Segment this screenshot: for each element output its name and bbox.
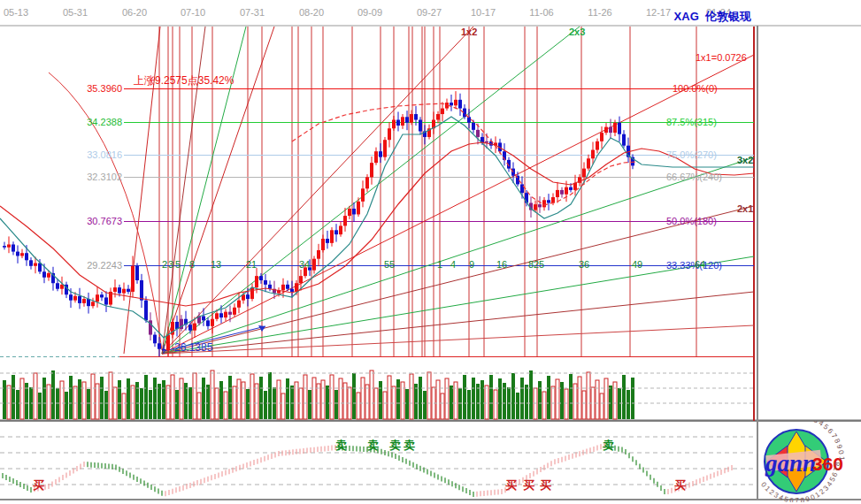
frame [0, 26, 861, 500]
fib-percent-label: 87.5%(315) [666, 117, 717, 127]
buy-signal-marker: 买 [674, 477, 686, 493]
fib-sequence-number: 13 [211, 259, 221, 270]
fib-sequence-number: 2 [162, 259, 167, 270]
sell-signal-marker: 卖 [367, 438, 379, 454]
fan-label-1x2: 1x2 [461, 27, 477, 37]
sell-signal-marker: 卖 [404, 438, 415, 454]
fib-sequence-number: 1 [437, 259, 442, 270]
fib-percent-label: 100.0%(0) [673, 83, 718, 94]
fan-label-3x2: 3x2 [737, 155, 753, 165]
date-label: 08-20 [299, 7, 324, 18]
date-label: 07-10 [181, 7, 205, 18]
date-label: 09-27 [417, 7, 442, 18]
date-label: 07-31 [240, 7, 265, 18]
fib-sequence-number: 9 [469, 259, 474, 270]
fan-label-2x1: 2x1 [737, 203, 753, 214]
buy-signal-marker: 买 [540, 477, 551, 493]
price-level-label: 33.0816 [69, 149, 122, 160]
fib-sequence-number: 55 [384, 259, 395, 270]
chart-canvas[interactable] [0, 0, 861, 504]
date-label: 10-17 [471, 7, 496, 18]
date-label: 05-31 [63, 7, 88, 18]
sell-signal-marker: 卖 [335, 438, 347, 454]
fib-percent-label: 66.67%(240) [666, 172, 722, 182]
sell-signal-marker: 卖 [603, 438, 614, 454]
fib-sequence-number: 34 [299, 259, 310, 270]
fib-sequence-number: 3 [168, 259, 173, 270]
volume-bars [0, 370, 754, 419]
date-label: 11-06 [529, 7, 553, 18]
fan-label-2x3: 2x3 [569, 27, 585, 37]
gann360-chart-window: 05-1305-3106-2007-1007-3108-2009-0909-27… [0, 0, 861, 504]
buy-signal-marker: 买 [523, 477, 534, 493]
fib-sequence-number: 49 [632, 259, 642, 270]
fib-sequence-number: 21 [246, 259, 257, 270]
fib-sequence-number: 64 [695, 259, 705, 270]
fib-percent-label: 50.0%(180) [666, 216, 717, 226]
symbol-label: XAG [674, 10, 699, 23]
date-label: 09-09 [357, 7, 382, 18]
date-label: 05-13 [4, 7, 28, 18]
fib-sequence-number: 5 [175, 259, 181, 270]
sell-signal-marker: 卖 [389, 438, 401, 454]
rise-annotation: 上涨9.2575点35.42% [134, 73, 234, 88]
low-price-label: 26.1385 [174, 341, 212, 354]
buy-signal-marker: 买 [505, 477, 517, 493]
date-label: 11-26 [588, 7, 611, 18]
price-level-label: 34.2388 [69, 117, 122, 127]
buy-signal-marker: 买 [33, 477, 44, 493]
fib-sequence-number: 16 [496, 259, 507, 270]
price-level-label: 30.7673 [69, 216, 122, 226]
price-level-label: 29.2243 [69, 260, 122, 271]
time-gridlines [159, 27, 754, 421]
logo-word: gann [765, 450, 816, 477]
date-label: 12-17 [646, 7, 671, 18]
fib-sequence-number: 25 [534, 259, 544, 270]
fib-sequence-number: 36 [579, 259, 589, 270]
fib-sequence-number: 4 [450, 259, 456, 270]
fib-percent-label: 75.0%(270) [666, 149, 717, 160]
price-level-label: 32.3102 [69, 172, 122, 182]
instrument-title: XAG 伦敦银现 [674, 9, 751, 25]
fib-sequence-number: 8 [189, 259, 195, 270]
date-label: 06-20 [122, 7, 147, 18]
gann360-logo: gann 360 01234567890123456789012345 0123… [754, 421, 861, 502]
price-level-label: 35.3960 [69, 83, 122, 94]
instrument-name-label: 伦敦银现 [705, 10, 751, 23]
gann-ratio-label: 1x1=0.0726 [696, 52, 747, 63]
